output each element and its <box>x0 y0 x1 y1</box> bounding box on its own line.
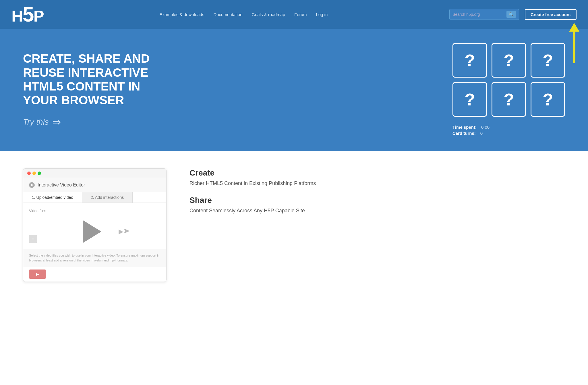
dot-green <box>38 172 41 175</box>
nav-goals[interactable]: Goals & roadmap <box>247 10 290 19</box>
features-text: Create Richer HTML5 Content in Existing … <box>189 168 565 223</box>
content-section: Interactive Video Editor 1. Upload/embed… <box>0 151 588 299</box>
time-value: 0:00 <box>481 125 490 130</box>
tab-interactions[interactable]: 2. Add interactions <box>82 192 133 203</box>
editor-title: Interactive Video Editor <box>38 182 85 188</box>
feature-share-title: Share <box>189 196 565 205</box>
try-arrow-icon: ⇒ <box>52 116 61 128</box>
nav-documentation[interactable]: Documentation <box>209 10 247 19</box>
video-files-label: Video files <box>29 209 46 213</box>
nav-right: 🔍 Create free account <box>449 9 577 20</box>
play-button-large <box>83 220 101 243</box>
browser-mockup: Interactive Video Editor 1. Upload/embed… <box>23 168 167 282</box>
arrow-shaft <box>573 32 575 63</box>
nav-login[interactable]: Log in <box>311 10 332 19</box>
card-grid: ? ? ? ? ? ? <box>452 43 565 117</box>
search-bar: 🔍 <box>449 9 519 20</box>
add-button[interactable]: + <box>29 235 37 243</box>
hero-right: ? ? ? ? ? ? Time spent: 0:00 Card turns:… <box>452 43 565 137</box>
editor-action-row: ▶ <box>23 267 166 282</box>
memory-card-5[interactable]: ? <box>492 82 526 117</box>
tab-upload[interactable]: 1. Upload/embed video <box>23 192 82 203</box>
hero-left: CREATE, SHARE AND REUSE INTERACTIVE HTML… <box>23 52 167 128</box>
card-stats: Time spent: 0:00 Card turns: 0 <box>452 125 565 137</box>
try-this-label: Try this <box>23 118 49 127</box>
feature-share: Share Content Seamlessly Across Any H5P … <box>189 196 565 214</box>
editor-tabs: 1. Upload/embed video 2. Add interaction… <box>23 192 166 203</box>
search-button[interactable]: 🔍 <box>506 11 516 18</box>
dot-yellow <box>32 172 36 175</box>
cursor-icon: ▶⮞ <box>119 228 130 235</box>
nav-forum[interactable]: Forum <box>290 10 311 19</box>
time-label: Time spent: <box>452 125 477 130</box>
turns-label: Card turns: <box>452 131 476 136</box>
nav-links: Examples & downloads Documentation Goals… <box>155 10 332 19</box>
browser-content: Interactive Video Editor 1. Upload/embed… <box>23 178 166 267</box>
logo-text: H5P <box>11 4 44 25</box>
hero-title: CREATE, SHARE AND REUSE INTERACTIVE HTML… <box>23 52 167 107</box>
turns-value: 0 <box>480 131 483 136</box>
search-input[interactable] <box>452 12 504 17</box>
browser-titlebar <box>23 169 166 178</box>
memory-card-3[interactable]: ? <box>531 43 565 78</box>
play-triangle-icon <box>31 184 33 186</box>
try-this: Try this ⇒ <box>23 116 167 128</box>
stat-time: Time spent: 0:00 <box>452 125 565 130</box>
feature-create-desc: Richer HTML5 Content in Existing Publish… <box>189 180 565 187</box>
memory-card-1[interactable]: ? <box>452 43 487 78</box>
logo: H5P <box>11 4 44 25</box>
feature-create: Create Richer HTML5 Content in Existing … <box>189 168 565 187</box>
editor-body: Video files ▶⮞ + <box>23 203 166 249</box>
header: H5P Examples & downloads Documentation G… <box>0 0 588 29</box>
editor-action-button[interactable]: ▶ <box>29 270 46 279</box>
yellow-arrow-annotation <box>569 17 579 63</box>
editor-footer-text: Select the video files you wish to use i… <box>29 253 160 263</box>
editor-footer: Select the video files you wish to use i… <box>23 249 166 267</box>
memory-card-6[interactable]: ? <box>531 82 565 117</box>
editor-header: Interactive Video Editor <box>23 178 166 192</box>
arrow-head-icon <box>569 23 579 32</box>
dot-red <box>27 172 31 175</box>
memory-card-2[interactable]: ? <box>492 43 526 78</box>
play-icon <box>29 182 35 188</box>
feature-share-desc: Content Seamlessly Across Any H5P Capabl… <box>189 207 565 214</box>
create-account-button[interactable]: Create free account <box>525 9 577 20</box>
memory-card-4[interactable]: ? <box>452 82 487 117</box>
hero-section: CREATE, SHARE AND REUSE INTERACTIVE HTML… <box>0 29 588 151</box>
stat-turns: Card turns: 0 <box>452 131 565 136</box>
feature-create-title: Create <box>189 168 565 178</box>
nav-examples[interactable]: Examples & downloads <box>155 10 209 19</box>
